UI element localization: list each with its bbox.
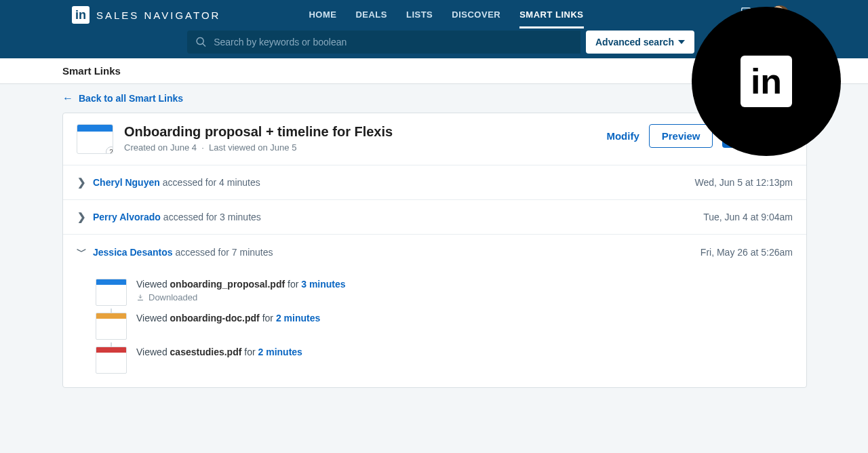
package-meta: Created on June 4 · Last viewed on June … [124,142,393,153]
viewed-prefix: Viewed [136,313,170,323]
chevron-down-icon[interactable]: ﹀ [77,245,86,258]
downloaded-indicator: Downloaded [136,292,346,302]
viewer-timestamp: Fri, May 26 at 5:26am [701,247,793,258]
document-text-block: Viewed casestudies.pdf for 2 minutes [136,347,302,357]
brand-text: SALES NAVIGATOR [96,9,220,21]
caret-down-icon [678,40,685,44]
nav-link-lists[interactable]: LISTS [406,1,433,28]
document-item: Viewed onboarding-doc.pdf for 2 minutes [96,313,793,340]
viewer-row[interactable]: ﹀Jessica Desantos accessed for 7 minutes… [63,234,806,269]
advanced-search-label: Advanced search [595,37,674,47]
search-icon [195,36,207,48]
linkedin-watermark-badge: in [692,7,841,156]
for-text: for [285,279,301,290]
for-text: for [241,347,258,357]
nav-links: HOMEDEALSLISTSDISCOVERSMART LINKS [309,1,583,28]
brand: in SALES NAVIGATOR [72,6,220,24]
for-text: for [260,313,276,323]
nav-link-discover[interactable]: DISCOVER [452,1,500,28]
nav-link-deals[interactable]: DEALS [355,1,387,28]
search-box[interactable] [187,31,580,54]
document-thumbnail [96,313,127,340]
smartlink-card: 2 Onboarding proposal + timeline for Fle… [62,113,807,388]
download-icon [136,294,144,302]
package-title: Onboarding proposal + timeline for Flexi… [124,124,393,140]
viewer-access-text: accessed for 4 minutes [163,177,260,188]
advanced-search-button[interactable]: Advanced search [586,31,694,54]
document-filename: onboarding_proposal.pdf [170,279,285,290]
document-item: Viewed casestudies.pdf for 2 minutes [96,347,793,374]
page-title: Smart Links [62,65,121,77]
package-thumbnail: 2 [77,124,113,154]
viewer-row[interactable]: ❯Cheryl Nguyen accessed for 4 minutesWed… [63,165,806,199]
viewer-row[interactable]: ❯Perry Alvorado accessed for 3 minutesTu… [63,199,806,234]
viewed-prefix: Viewed [136,347,170,357]
viewer-access-text: accessed for 7 minutes [176,247,273,258]
modify-button[interactable]: Modify [606,130,639,142]
linkedin-in-icon: in [741,56,792,107]
document-text-block: Viewed onboarding_proposal.pdf for 3 min… [136,279,346,302]
viewer-expanded-body: Viewed onboarding_proposal.pdf for 3 min… [63,269,806,387]
document-thumbnail [96,279,127,306]
viewer-name[interactable]: Jessica Desantos [93,247,173,258]
viewer-access-text: accessed for 3 minutes [163,212,261,222]
view-duration[interactable]: 2 minutes [276,313,320,323]
nav-link-home[interactable]: HOME [309,1,336,28]
viewed-prefix: Viewed [136,279,170,290]
viewer-name[interactable]: Perry Alvorado [93,212,161,222]
preview-button[interactable]: Preview [649,124,713,148]
package-count-badge: 2 [106,146,113,154]
chevron-right-icon[interactable]: ❯ [77,176,86,189]
arrow-left-icon: ← [62,92,73,104]
card-titles: Onboarding proposal + timeline for Flexi… [124,124,393,153]
document-filename: onboarding-doc.pdf [170,313,260,323]
linkedin-logo-icon: in [72,6,90,24]
view-duration[interactable]: 3 minutes [301,279,345,290]
document-text-block: Viewed onboarding-doc.pdf for 2 minutes [136,313,320,323]
chevron-right-icon[interactable]: ❯ [77,211,86,223]
view-duration[interactable]: 2 minutes [258,347,302,357]
backlink-label: Back to all Smart Links [79,93,183,104]
viewer-timestamp: Wed, Jun 5 at 12:13pm [695,177,793,188]
viewer-timestamp: Tue, Jun 4 at 9:04am [703,212,793,222]
document-filename: casestudies.pdf [170,347,242,357]
document-item: Viewed onboarding_proposal.pdf for 3 min… [96,279,793,306]
nav-link-smart-links[interactable]: SMART LINKS [519,1,583,28]
search-input[interactable] [214,37,572,47]
document-thumbnail [96,347,127,374]
card-header: 2 Onboarding proposal + timeline for Fle… [63,113,806,165]
viewer-name[interactable]: Cheryl Nguyen [93,177,160,188]
